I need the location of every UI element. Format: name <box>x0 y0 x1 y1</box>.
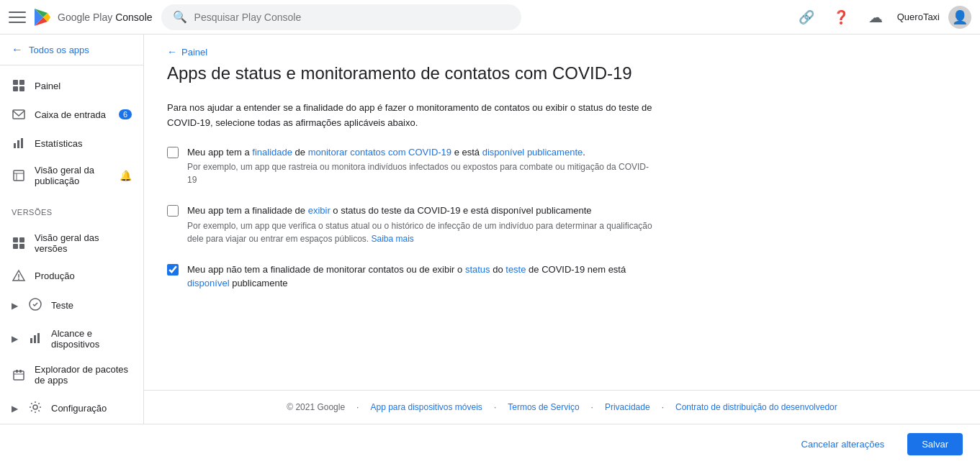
sidebar-item-teste[interactable]: ▶ Teste <box>0 290 143 321</box>
breadcrumb-back-icon: ← <box>167 46 177 58</box>
svg-point-29 <box>33 405 37 409</box>
checkbox-2-label: Meu app tem a finalidade de exibir o sta… <box>187 204 657 245</box>
breadcrumb-label: Painel <box>181 47 207 58</box>
teste-icon <box>28 297 42 314</box>
breadcrumb[interactable]: ← Painel <box>167 35 957 63</box>
page-footer: © 2021 Google · App para dispositivos mó… <box>144 390 980 424</box>
help-icon[interactable]: ❓ <box>828 4 854 30</box>
alcance-icon <box>28 331 42 347</box>
google-play-icon <box>32 7 52 27</box>
sidebar-item-caixa[interactable]: Caixa de entrada 6 <box>0 100 143 129</box>
configuracao-label: Configuração <box>51 403 107 414</box>
link-icon[interactable]: 🔗 <box>794 4 819 30</box>
topbar: Google Play Console 🔍 🔗 ❓ ☁ QueroTaxi 👤 <box>0 0 980 35</box>
notification-icon: 🔔 <box>120 170 132 181</box>
sidebar-item-producao[interactable]: Produção <box>0 261 143 290</box>
hamburger-menu[interactable] <box>9 9 26 26</box>
visao-versoes-label: Visão geral das versões <box>35 232 132 254</box>
all-apps-button[interactable]: ← Todos os apps <box>0 35 143 65</box>
checkbox-1-main-text: Meu app tem a finalidade de monitorar co… <box>187 147 585 158</box>
svg-rect-26 <box>14 371 24 380</box>
sidebar-item-visao-versoes[interactable]: Visão geral das versões <box>0 225 143 261</box>
producao-icon <box>12 268 26 283</box>
explorador-label: Explorador de pacotes de apps <box>35 364 132 386</box>
estatisticas-label: Estatísticas <box>35 138 82 149</box>
svg-rect-5 <box>19 80 24 85</box>
teste-expand-icon: ▶ <box>12 301 18 311</box>
saiba-mais-link[interactable]: Saiba mais <box>371 234 413 244</box>
footer-link-mobile[interactable]: App para dispositivos móveis <box>370 402 482 412</box>
disponivel-link-1[interactable]: disponível <box>482 147 525 158</box>
disponivel-link-3[interactable]: disponível <box>187 278 230 288</box>
svg-rect-9 <box>14 143 16 148</box>
sidebar-item-configuracao[interactable]: ▶ Configuração <box>0 393 143 424</box>
app-name-label: QueroTaxi <box>897 12 940 22</box>
main-layout: ← Todos os apps Painel Caixa de entrada … <box>0 35 980 424</box>
svg-rect-7 <box>19 86 24 91</box>
checkbox-item-3: Meu app não tem a finalidade de monitora… <box>167 263 657 291</box>
teste-label: Teste <box>51 300 73 311</box>
svg-rect-12 <box>14 170 24 181</box>
visao-geral-icon <box>12 168 26 183</box>
versoes-section: Visão geral das versões Produção ▶ Teste… <box>0 219 143 424</box>
svg-rect-11 <box>21 138 23 148</box>
checkbox-1[interactable] <box>167 147 179 158</box>
sidebar-item-estatisticas[interactable]: Estatísticas <box>0 129 143 158</box>
explorador-icon <box>12 368 26 382</box>
logo-text: Google Play Console <box>58 12 153 23</box>
configuracao-expand-icon: ▶ <box>12 404 18 414</box>
checkbox-2-sub-text: Por exemplo, um app que verifica o statu… <box>187 219 657 245</box>
checkbox-2[interactable] <box>167 205 179 217</box>
svg-rect-4 <box>13 80 18 85</box>
status-link[interactable]: status <box>465 264 490 275</box>
checkbox-group: Meu app tem a finalidade de monitorar co… <box>167 145 657 291</box>
sidebar-item-alcance[interactable]: ▶ Alcance e dispositivos <box>0 321 143 357</box>
checkbox-1-sub-text: Por exemplo, um app que rastreia ou moni… <box>187 160 657 186</box>
sidebar-item-explorador[interactable]: Explorador de pacotes de apps <box>0 357 143 393</box>
bottom-bar: Cancelar alterações Salvar <box>0 424 980 464</box>
footer-link-privacy[interactable]: Privacidade <box>605 402 650 412</box>
footer-link-contract[interactable]: Contrato de distribuição do desenvolvedo… <box>675 402 837 412</box>
svg-rect-18 <box>19 244 24 249</box>
svg-rect-25 <box>37 333 40 343</box>
estatisticas-icon <box>12 136 26 150</box>
alcance-label: Alcance e dispositivos <box>51 328 132 350</box>
sidebar: ← Todos os apps Painel Caixa de entrada … <box>0 35 144 424</box>
svg-rect-24 <box>34 335 36 343</box>
search-input[interactable] <box>194 12 510 23</box>
svg-rect-10 <box>17 140 19 148</box>
painel-label: Painel <box>35 81 60 91</box>
svg-point-21 <box>18 278 19 280</box>
monitorar-link[interactable]: monitorar contatos com COVID-19 <box>308 147 451 158</box>
save-button[interactable]: Salvar <box>907 433 963 455</box>
page-description: Para nos ajudar a entender se a finalida… <box>167 101 657 131</box>
cloud-icon[interactable]: ☁ <box>863 4 889 30</box>
user-avatar[interactable]: 👤 <box>948 6 971 29</box>
checkbox-item-2: Meu app tem a finalidade de exibir o sta… <box>167 204 657 245</box>
checkbox-1-label: Meu app tem a finalidade de monitorar co… <box>187 145 657 187</box>
footer-link-tos[interactable]: Termos de Serviço <box>508 402 579 412</box>
sidebar-item-visao-geral[interactable]: Visão geral da publicação 🔔 <box>0 158 143 194</box>
checkbox-3[interactable] <box>167 264 179 276</box>
visao-geral-label: Visão geral da publicação <box>35 165 111 186</box>
svg-rect-8 <box>13 110 24 119</box>
visao-versoes-icon <box>12 236 26 250</box>
sidebar-item-painel[interactable]: Painel <box>0 71 143 100</box>
search-bar[interactable]: 🔍 <box>161 4 521 30</box>
sidebar-main-section: Painel Caixa de entrada 6 Estatísticas <box>0 65 143 199</box>
all-apps-label: Todos os apps <box>29 45 89 55</box>
svg-rect-23 <box>30 338 32 343</box>
checkbox-item-1: Meu app tem a finalidade de monitorar co… <box>167 145 657 187</box>
svg-rect-16 <box>19 237 24 242</box>
topbar-right: 🔗 ❓ ☁ QueroTaxi 👤 <box>794 4 971 30</box>
svg-rect-28 <box>19 370 22 373</box>
checkbox-2-main-text: Meu app tem a finalidade de exibir o sta… <box>187 205 592 216</box>
teste-link[interactable]: teste <box>505 264 526 275</box>
cancel-button[interactable]: Cancelar alterações <box>787 433 899 455</box>
configuracao-icon <box>28 400 42 417</box>
svg-rect-27 <box>16 370 18 373</box>
finalidade-link-1[interactable]: finalidade <box>252 147 292 158</box>
producao-label: Produção <box>35 270 75 281</box>
publicamente-link-1[interactable]: publicamente <box>527 147 583 158</box>
exibir-link[interactable]: exibir <box>308 205 331 216</box>
